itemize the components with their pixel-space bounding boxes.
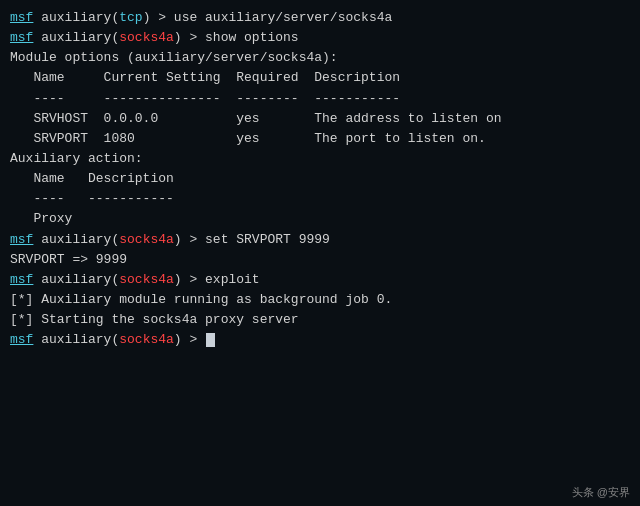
- terminal-text: Name Current Setting Required Descriptio…: [10, 70, 400, 85]
- terminal-text: auxiliary(: [33, 272, 119, 287]
- terminal-line: Module options (auxiliary/server/socks4a…: [10, 48, 630, 68]
- terminal-line: ---- --------------- -------- ----------…: [10, 89, 630, 109]
- terminal-text: ) >: [174, 332, 205, 347]
- terminal-line: SRVPORT => 9999: [10, 250, 630, 270]
- terminal-text: ---- -----------: [10, 191, 174, 206]
- terminal-text: msf: [10, 232, 33, 247]
- terminal-line: msf auxiliary(socks4a) >: [10, 330, 630, 350]
- terminal-line: [*] Starting the socks4a proxy server: [10, 310, 630, 330]
- terminal-text: msf: [10, 332, 33, 347]
- terminal-text: Name Description: [10, 171, 174, 186]
- terminal-text: auxiliary(: [33, 30, 119, 45]
- terminal-line: msf auxiliary(socks4a) > exploit: [10, 270, 630, 290]
- terminal-line: ---- -----------: [10, 189, 630, 209]
- terminal-text: socks4a: [119, 232, 174, 247]
- terminal-text: socks4a: [119, 30, 174, 45]
- terminal-text: socks4a: [119, 332, 174, 347]
- terminal-text: [*] Auxiliary module running as backgrou…: [10, 292, 392, 307]
- terminal-content: msf auxiliary(tcp) > use auxiliary/serve…: [10, 8, 630, 350]
- terminal-line: Name Current Setting Required Descriptio…: [10, 68, 630, 88]
- terminal-text: SRVPORT => 9999: [10, 252, 127, 267]
- terminal-text: ) > show options: [174, 30, 299, 45]
- terminal-line: [*] Auxiliary module running as backgrou…: [10, 290, 630, 310]
- terminal-line: msf auxiliary(tcp) > use auxiliary/serve…: [10, 8, 630, 28]
- terminal-line: Proxy: [10, 209, 630, 229]
- terminal-text: auxiliary(: [33, 332, 119, 347]
- terminal-line: Name Description: [10, 169, 630, 189]
- terminal-line: msf auxiliary(socks4a) > set SRVPORT 999…: [10, 230, 630, 250]
- terminal-text: ---- --------------- -------- ----------…: [10, 91, 400, 106]
- terminal-text: SRVPORT 1080 yes The port to listen on.: [10, 131, 486, 146]
- terminal-line: Auxiliary action:: [10, 149, 630, 169]
- terminal-text: msf: [10, 272, 33, 287]
- terminal-text: SRVHOST 0.0.0.0 yes The address to liste…: [10, 111, 501, 126]
- terminal-text: Auxiliary action:: [10, 151, 143, 166]
- terminal-text: msf: [10, 10, 33, 25]
- terminal-window: msf auxiliary(tcp) > use auxiliary/serve…: [0, 0, 640, 506]
- cursor-block: [206, 333, 215, 347]
- terminal-line: SRVHOST 0.0.0.0 yes The address to liste…: [10, 109, 630, 129]
- terminal-text: auxiliary(: [33, 232, 119, 247]
- terminal-text: [*] Starting the socks4a proxy server: [10, 312, 299, 327]
- terminal-text: socks4a: [119, 272, 174, 287]
- terminal-text: ) > use auxiliary/server/socks4a: [143, 10, 393, 25]
- terminal-text: msf: [10, 30, 33, 45]
- terminal-line: SRVPORT 1080 yes The port to listen on.: [10, 129, 630, 149]
- watermark: 头条 @安界: [572, 485, 630, 500]
- terminal-text: Module options (auxiliary/server/socks4a…: [10, 50, 338, 65]
- terminal-text: auxiliary(: [33, 10, 119, 25]
- terminal-text: ) > set SRVPORT 9999: [174, 232, 330, 247]
- terminal-text: ) > exploit: [174, 272, 260, 287]
- terminal-line: msf auxiliary(socks4a) > show options: [10, 28, 630, 48]
- terminal-text: tcp: [119, 10, 142, 25]
- terminal-text: Proxy: [10, 211, 72, 226]
